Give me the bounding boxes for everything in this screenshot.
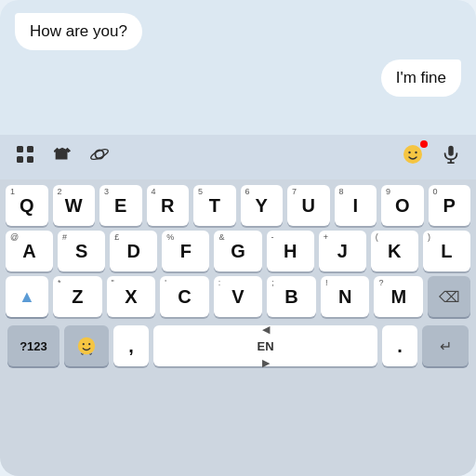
key-h[interactable]: -H [267, 231, 314, 271]
lang-arrow-left: ◀ [262, 324, 270, 336]
key-x[interactable]: "X [107, 276, 156, 317]
key-q[interactable]: 1Q [6, 185, 48, 226]
key-c[interactable]: 'C [160, 276, 209, 317]
comma-key[interactable]: , [113, 325, 149, 366]
key-v[interactable]: :V [214, 276, 263, 317]
key-y[interactable]: 6Y [241, 185, 284, 226]
key-b[interactable]: ;B [267, 276, 316, 317]
chat-area: How are you? I'm fine [0, 0, 476, 135]
enter-key[interactable]: ↵ [422, 325, 469, 366]
lang-arrow-right: ▶ [262, 357, 270, 369]
enter-icon: ↵ [440, 337, 452, 355]
space-key[interactable]: ◀ EN ▶ [153, 325, 377, 366]
key-s[interactable]: #S [58, 231, 105, 271]
svg-point-12 [78, 337, 95, 354]
bubble-received: How are you? [15, 13, 142, 50]
svg-rect-9 [448, 146, 454, 156]
key-w[interactable]: 2W [53, 185, 96, 226]
svg-rect-1 [27, 146, 33, 152]
key-row-2: @A #S £D %F &G -H +J (K )L [4, 231, 472, 271]
delete-icon: ⌫ [439, 288, 460, 306]
key-i[interactable]: 8I [335, 185, 377, 226]
svg-rect-0 [17, 146, 23, 152]
key-p[interactable]: 0P [429, 185, 471, 226]
emoji-key-icon [76, 336, 97, 356]
key-a[interactable]: @A [6, 231, 53, 271]
numbers-label: ?123 [20, 339, 47, 353]
key-l[interactable]: )L [423, 231, 470, 271]
key-j[interactable]: +J [319, 231, 366, 271]
svg-point-13 [83, 343, 85, 345]
svg-point-6 [403, 145, 422, 164]
key-t[interactable]: 5T [193, 185, 236, 226]
key-row-3: ▲ *Z "X 'C :V ;B !N ?M ⌫ [4, 276, 472, 317]
message-left-text: How are you? [30, 22, 127, 40]
emoji-face-icon[interactable] [402, 143, 424, 171]
key-u[interactable]: 7U [287, 185, 330, 226]
shift-icon: ▲ [19, 287, 35, 307]
key-f[interactable]: %F [162, 231, 209, 271]
keyboard-toolbar [0, 135, 476, 179]
emoji-notification-dot [420, 140, 428, 148]
shift-key[interactable]: ▲ [6, 276, 48, 317]
key-row-bottom: ?123 , ◀ EN ▶ . ↵ [4, 322, 472, 372]
lang-label: EN [257, 339, 273, 353]
key-e[interactable]: 3E [99, 185, 142, 226]
svg-point-7 [408, 152, 410, 153]
message-right-text: I'm fine [396, 69, 446, 86]
apps-icon[interactable] [15, 144, 35, 170]
key-g[interactable]: &G [214, 231, 261, 271]
keyboard: 1Q 2W 3E 4R 5T 6Y 7U 8I 9O 0P @A #S £D %… [0, 179, 476, 476]
key-z[interactable]: *Z [53, 276, 102, 317]
planet-icon[interactable] [89, 144, 110, 170]
shirt-icon[interactable] [52, 144, 73, 170]
bubble-sent: I'm fine [381, 60, 461, 97]
emoji-key[interactable] [64, 325, 109, 366]
svg-point-8 [415, 152, 416, 153]
key-m[interactable]: ?M [374, 276, 423, 317]
key-o[interactable]: 9O [381, 185, 424, 226]
key-d[interactable]: £D [110, 231, 157, 271]
microphone-icon[interactable] [441, 144, 461, 170]
key-r[interactable]: 4R [147, 185, 190, 226]
svg-point-14 [88, 343, 90, 345]
svg-rect-3 [27, 156, 33, 163]
delete-key[interactable]: ⌫ [428, 276, 470, 317]
svg-rect-2 [17, 156, 23, 163]
key-row-1: 1Q 2W 3E 4R 5T 6Y 7U 8I 9O 0P [4, 185, 472, 226]
key-n[interactable]: !N [321, 276, 370, 317]
period-key[interactable]: . [382, 325, 417, 366]
key-k[interactable]: (K [371, 231, 418, 271]
numbers-key[interactable]: ?123 [7, 325, 60, 366]
